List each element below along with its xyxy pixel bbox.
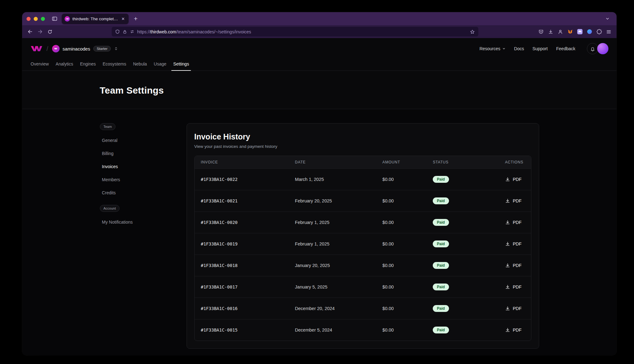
- pdf-label: PDF: [513, 220, 521, 225]
- invoice-status-cell: Paid: [427, 240, 480, 247]
- zoom-window-button[interactable]: [41, 17, 45, 21]
- download-pdf-button[interactable]: PDF: [503, 175, 524, 184]
- bookmark-star-icon[interactable]: [470, 29, 475, 34]
- team-switcher-button[interactable]: [114, 46, 118, 51]
- metamask-extension-button[interactable]: [565, 27, 575, 36]
- settings-sidebar: Team General Billing Invoices Members Cr…: [100, 123, 172, 349]
- dashboard-tab[interactable]: Usage: [150, 57, 170, 70]
- back-arrow-icon: [27, 29, 33, 34]
- browser-tab[interactable]: thirdweb: The complete web3 d ✕: [62, 14, 129, 24]
- lock-icon[interactable]: [123, 30, 127, 34]
- header-link[interactable]: Resources: [480, 46, 506, 51]
- firefox-view-button[interactable]: [50, 14, 59, 23]
- download-icon: [548, 29, 553, 34]
- team-name[interactable]: saminacodes: [63, 46, 90, 51]
- invoice-amount: $0.00: [376, 220, 427, 225]
- download-pdf-button[interactable]: PDF: [503, 240, 524, 248]
- header-link-label: Docs: [514, 46, 524, 51]
- invoice-id: #1F33BA1C-0020: [195, 220, 289, 225]
- invoice-table-body: #1F33BA1C-0022 March 1, 2025 $0.00 Paid: [195, 168, 531, 341]
- dashboard-tab[interactable]: Nebula: [129, 57, 150, 70]
- header-link-label: Feedback: [556, 46, 575, 51]
- invoice-status-cell: Paid: [427, 262, 480, 269]
- breadcrumb-slash: /: [46, 45, 48, 52]
- invoice-id: #1F33BA1C-0015: [195, 328, 289, 332]
- tracking-protection-shield-icon[interactable]: [115, 29, 120, 34]
- header-link[interactable]: Docs: [514, 46, 524, 51]
- new-tab-button[interactable]: +: [131, 14, 140, 23]
- list-all-tabs-button[interactable]: [603, 14, 612, 23]
- menu-button[interactable]: [604, 27, 613, 36]
- download-pdf-button[interactable]: PDF: [503, 304, 524, 313]
- account-button[interactable]: [556, 27, 565, 36]
- thirdweb-logo[interactable]: [30, 45, 43, 52]
- status-badge: Paid: [433, 219, 449, 226]
- sidebar-item[interactable]: Invoices: [100, 160, 172, 173]
- bell-icon: [590, 46, 595, 51]
- phantom-extension-button[interactable]: [575, 27, 584, 36]
- invoice-amount: $0.00: [376, 328, 427, 332]
- status-badge: Paid: [433, 284, 449, 290]
- forward-button[interactable]: [35, 27, 45, 36]
- download-pdf-button[interactable]: PDF: [503, 326, 524, 334]
- close-window-button[interactable]: [27, 17, 31, 21]
- invoice-table: INVOICE DATE AMOUNT STATUS ACTIONS #1F33…: [194, 156, 531, 341]
- download-icon: [505, 241, 510, 246]
- invoice-actions-cell: PDF: [480, 197, 531, 205]
- download-pdf-button[interactable]: PDF: [503, 197, 524, 205]
- table-row: #1F33BA1C-0018 January 20, 2025 $0.00 Pa…: [195, 255, 531, 276]
- sidebar-account-list: My Notifications: [100, 216, 172, 229]
- permissions-icon[interactable]: [130, 29, 134, 34]
- plan-badge: Starter: [93, 46, 111, 51]
- minimize-window-button[interactable]: [34, 17, 38, 21]
- sidebar-item[interactable]: Credits: [100, 186, 172, 199]
- invoice-status-cell: Paid: [427, 197, 480, 204]
- header-link-label: Resources: [480, 46, 500, 51]
- header-link[interactable]: Feedback: [556, 46, 575, 51]
- dashboard-tab[interactable]: Ecosystems: [99, 57, 129, 70]
- sidebar-item[interactable]: Members: [100, 173, 172, 186]
- invoice-status-cell: Paid: [427, 327, 480, 333]
- download-icon: [505, 328, 510, 332]
- url-path: /team/saminacodes/~/settings/invoices: [176, 29, 251, 34]
- dashboard-tab[interactable]: Settings: [170, 57, 193, 70]
- page-title-band: Team Settings: [22, 71, 617, 109]
- tab-title: thirdweb: The complete web3 d: [72, 17, 118, 21]
- column-header-invoice: INVOICE: [195, 160, 289, 164]
- invoice-id: #1F33BA1C-0021: [195, 198, 289, 203]
- settings-content: Team General Billing Invoices Members Cr…: [90, 109, 549, 349]
- desktop-background: { "browser": { "tab_title": "thirdweb: T…: [0, 0, 634, 364]
- dashboard-tab[interactable]: Engines: [76, 57, 99, 70]
- firefox-view-icon: [52, 16, 57, 22]
- sidebar-item[interactable]: Billing: [100, 147, 172, 160]
- browser-toolbar: https://thirdweb.com/team/saminacodes/~/…: [22, 25, 617, 38]
- sidebar-item[interactable]: My Notifications: [100, 216, 172, 229]
- download-pdf-button[interactable]: PDF: [503, 261, 524, 270]
- invoice-date: December 20, 2024: [289, 306, 376, 311]
- wallet-extension-button[interactable]: [585, 27, 594, 36]
- tab-close-icon[interactable]: ✕: [120, 16, 126, 22]
- downloads-button[interactable]: [546, 27, 555, 36]
- browser-window: thirdweb: The complete web3 d ✕ +: [22, 12, 617, 355]
- pdf-label: PDF: [513, 284, 521, 289]
- download-pdf-button[interactable]: PDF: [503, 218, 524, 227]
- extensions-button[interactable]: [594, 27, 604, 36]
- pocket-icon: [539, 29, 544, 34]
- notifications-button[interactable]: [587, 43, 598, 54]
- user-avatar[interactable]: [597, 43, 608, 54]
- team-avatar[interactable]: [52, 45, 60, 52]
- reload-icon: [47, 29, 52, 34]
- download-pdf-button[interactable]: PDF: [503, 283, 524, 291]
- invoice-actions-cell: PDF: [480, 283, 531, 291]
- reload-button[interactable]: [45, 27, 55, 36]
- back-button[interactable]: [25, 27, 35, 36]
- sidebar-item[interactable]: General: [100, 134, 172, 147]
- invoice-id: #1F33BA1C-0022: [195, 177, 289, 182]
- header-link[interactable]: Support: [532, 46, 548, 51]
- pocket-button[interactable]: [536, 27, 546, 36]
- dashboard-tab[interactable]: Overview: [27, 57, 52, 70]
- invoice-date: January 20, 2025: [289, 263, 376, 268]
- invoice-actions-cell: PDF: [480, 240, 531, 248]
- dashboard-tab[interactable]: Analytics: [52, 57, 76, 70]
- url-bar[interactable]: https://thirdweb.com/team/saminacodes/~/…: [112, 27, 478, 36]
